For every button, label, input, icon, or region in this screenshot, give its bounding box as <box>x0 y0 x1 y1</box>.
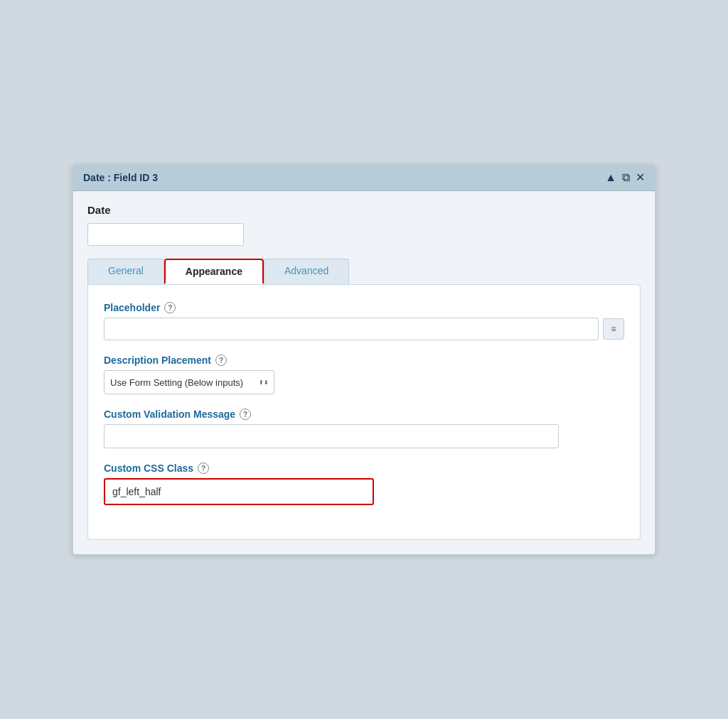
custom-css-section: Custom CSS Class ? <box>104 463 624 505</box>
description-placement-label: Description Placement ? <box>104 355 624 366</box>
placeholder-input[interactable] <box>104 318 599 340</box>
collapse-icon[interactable]: ▲ <box>605 172 616 183</box>
description-placement-help-icon[interactable]: ? <box>215 355 227 366</box>
field-editor-panel: Date : Field ID 3 ▲ ⧉ ✕ Date General App… <box>73 164 655 555</box>
custom-css-label: Custom CSS Class ? <box>104 463 624 474</box>
panel-header: Date : Field ID 3 ▲ ⧉ ✕ <box>73 165 655 191</box>
description-placement-section: Description Placement ? Use Form Setting… <box>104 355 624 394</box>
tabs-row: General Appearance Advanced <box>87 259 641 284</box>
text-format-button[interactable]: ≡ <box>603 318 624 340</box>
tab-advanced[interactable]: Advanced <box>264 259 349 284</box>
placeholder-help-icon[interactable]: ? <box>164 302 176 313</box>
panel-body: Date General Appearance Advanced Placeho… <box>73 191 655 554</box>
tab-content-appearance: Placeholder ? ≡ Description Placement ? <box>87 284 641 540</box>
description-placement-wrapper: Use Form Setting (Below inputs) Above in… <box>104 370 274 394</box>
custom-validation-input[interactable] <box>104 424 559 448</box>
custom-validation-help-icon[interactable]: ? <box>240 409 251 420</box>
custom-css-help-icon[interactable]: ? <box>198 463 209 474</box>
field-label: Date <box>87 204 641 216</box>
custom-css-input[interactable] <box>104 478 374 505</box>
tab-appearance[interactable]: Appearance <box>164 259 264 284</box>
tab-general[interactable]: General <box>87 259 164 284</box>
panel-title: Date : Field ID 3 <box>83 172 158 183</box>
custom-validation-label: Custom Validation Message ? <box>104 409 624 420</box>
date-input-row <box>87 223 641 246</box>
custom-validation-section: Custom Validation Message ? <box>104 409 624 448</box>
placeholder-label: Placeholder ? <box>104 302 624 313</box>
close-icon[interactable]: ✕ <box>636 172 645 183</box>
date-input[interactable] <box>87 223 244 246</box>
placeholder-row: ≡ <box>104 318 624 340</box>
placeholder-section: Placeholder ? ≡ <box>104 302 624 340</box>
description-placement-select[interactable]: Use Form Setting (Below inputs) Above in… <box>104 370 274 394</box>
header-actions: ▲ ⧉ ✕ <box>605 172 645 183</box>
duplicate-icon[interactable]: ⧉ <box>622 172 630 183</box>
